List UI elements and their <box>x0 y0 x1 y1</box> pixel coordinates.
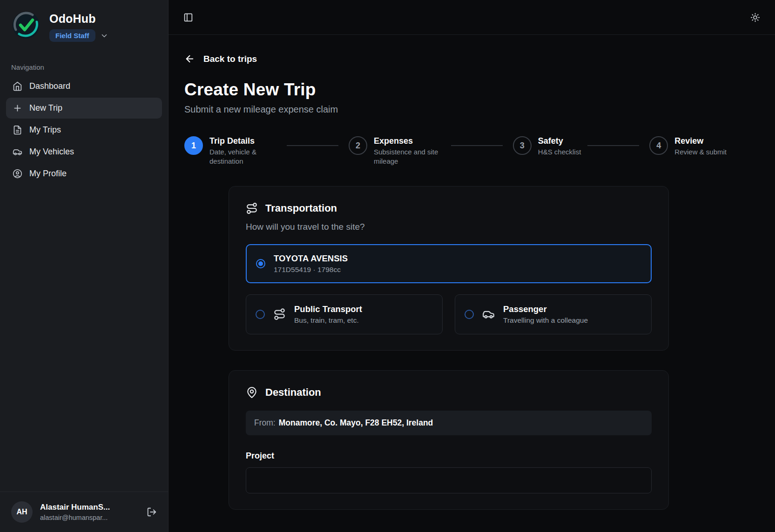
project-label: Project <box>246 451 652 461</box>
step-title: Review <box>674 136 727 146</box>
step-title: Expenses <box>374 136 445 146</box>
vehicle-subtitle: 171D55419 · 1798cc <box>274 266 348 274</box>
step-trip-details[interactable]: 1 Trip Details Date, vehicle & destinati… <box>184 136 280 166</box>
page-subtitle: Submit a new mileage expense claim <box>184 104 759 115</box>
step-number: 1 <box>184 136 203 155</box>
step-title: Trip Details <box>209 136 280 146</box>
step-connector <box>587 145 639 146</box>
sidebar-item-my-profile[interactable]: My Profile <box>6 163 162 184</box>
panel-toggle-icon[interactable] <box>183 13 193 22</box>
sidebar-item-my-trips[interactable]: My Trips <box>6 120 162 140</box>
sidebar-item-dashboard[interactable]: Dashboard <box>6 76 162 97</box>
app-title: OdoHub <box>49 12 108 26</box>
step-number: 4 <box>649 136 668 155</box>
sidebar-item-label: My Trips <box>29 125 61 135</box>
wizard-stepper: 1 Trip Details Date, vehicle & destinati… <box>184 136 727 166</box>
vehicle-title: TOYOTA AVENSIS <box>274 253 348 264</box>
chevron-down-icon[interactable] <box>100 32 108 40</box>
radio-selected-icon[interactable] <box>256 259 265 268</box>
route-icon <box>273 308 286 320</box>
sidebar: OdoHub Field Staff Navigation Dashboard <box>0 0 168 532</box>
step-connector <box>451 145 503 146</box>
user-email: alastair@humanspar... <box>40 514 139 521</box>
topbar <box>168 0 775 35</box>
card-title: Destination <box>265 386 321 399</box>
option-public-transport[interactable]: Public Transport Bus, train, tram, etc. <box>246 294 443 334</box>
document-icon <box>13 125 22 135</box>
step-subtitle: Review & submit <box>674 147 727 157</box>
logout-icon[interactable] <box>147 507 157 517</box>
sidebar-item-my-vehicles[interactable]: My Vehicles <box>6 141 162 162</box>
car-icon <box>482 308 495 320</box>
app-window: OdoHub Field Staff Navigation Dashboard <box>0 0 775 532</box>
step-expenses[interactable]: 2 Expenses Subsistence and site mileage <box>349 136 445 166</box>
from-value: Monamore, Co. Mayo, F28 EH52, Ireland <box>279 418 433 427</box>
page-title: Create New Trip <box>184 80 759 100</box>
user-circle-icon <box>13 169 22 179</box>
card-title: Transportation <box>265 202 337 214</box>
step-subtitle: Subsistence and site mileage <box>374 147 445 166</box>
brand-text: OdoHub Field Staff <box>49 10 108 42</box>
avatar: AH <box>11 501 33 523</box>
sidebar-item-label: New Trip <box>29 103 62 113</box>
transport-question: How will you travel to the site? <box>246 222 652 232</box>
arrow-left-icon <box>184 53 195 64</box>
route-icon <box>246 202 258 214</box>
theme-sun-icon[interactable] <box>750 13 760 22</box>
back-link-label: Back to trips <box>203 54 257 64</box>
role-badge[interactable]: Field Staff <box>49 29 95 42</box>
sidebar-nav: Dashboard New Trip My Trips My Vehicles <box>0 76 168 185</box>
home-icon <box>13 81 22 91</box>
option-subtitle: Travelling with a colleague <box>503 316 588 325</box>
from-address-bar: From:Monamore, Co. Mayo, F28 EH52, Irela… <box>246 411 652 435</box>
radio-unselected-icon[interactable] <box>256 310 265 319</box>
step-connector <box>287 145 338 146</box>
user-box: AH Alastair HumanS... alastair@humanspar… <box>0 492 168 532</box>
back-to-trips-link[interactable]: Back to trips <box>184 53 257 64</box>
page-content: Back to trips Create New Trip Submit a n… <box>168 35 775 532</box>
option-subtitle: Bus, train, tram, etc. <box>294 316 362 325</box>
transportation-card: Transportation How will you travel to th… <box>229 186 669 351</box>
main-area: Back to trips Create New Trip Submit a n… <box>168 0 775 532</box>
step-number: 2 <box>349 136 367 155</box>
sidebar-item-label: Dashboard <box>29 81 70 91</box>
step-review[interactable]: 4 Review Review & submit <box>649 136 727 166</box>
sidebar-item-label: My Profile <box>29 169 67 179</box>
step-number: 3 <box>513 136 532 155</box>
brand: OdoHub Field Staff <box>0 0 168 47</box>
odohub-logo-icon <box>11 10 41 40</box>
from-label: From: <box>254 418 276 427</box>
option-title: Public Transport <box>294 304 362 314</box>
sidebar-item-new-trip[interactable]: New Trip <box>6 98 162 119</box>
step-safety[interactable]: 3 Safety H&S checklist <box>513 136 581 166</box>
car-icon <box>13 147 22 157</box>
project-input[interactable] <box>246 467 652 493</box>
sidebar-item-label: My Vehicles <box>29 147 74 157</box>
step-subtitle: Date, vehicle & destination <box>209 147 280 166</box>
step-subtitle: H&S checklist <box>538 147 581 157</box>
plus-icon <box>13 103 22 113</box>
radio-unselected-icon[interactable] <box>465 310 474 319</box>
option-passenger[interactable]: Passenger Travelling with a colleague <box>455 294 652 334</box>
nav-section-label: Navigation <box>11 63 157 71</box>
vehicle-option-toyota-avensis[interactable]: TOYOTA AVENSIS 171D55419 · 1798cc <box>246 244 652 283</box>
map-pin-icon <box>246 386 258 399</box>
user-name: Alastair HumanS... <box>40 503 139 512</box>
step-title: Safety <box>538 136 581 146</box>
destination-card: Destination From:Monamore, Co. Mayo, F28… <box>229 370 669 510</box>
option-title: Passenger <box>503 304 588 314</box>
